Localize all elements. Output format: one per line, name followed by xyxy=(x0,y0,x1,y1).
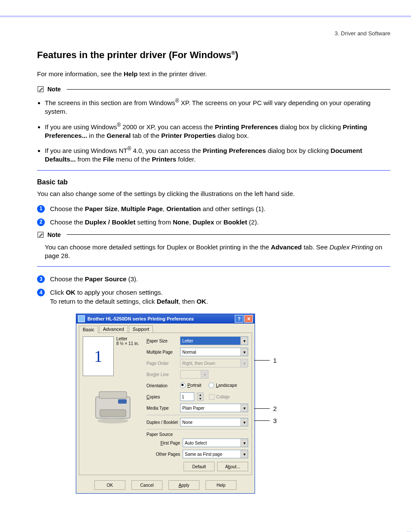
close-button[interactable]: ✕ xyxy=(244,315,253,323)
app-icon xyxy=(78,315,85,322)
label-page-order: Page Order xyxy=(146,361,180,366)
basic-tab-heading: Basic tab xyxy=(37,178,390,186)
note-label: Note xyxy=(47,86,61,93)
checkbox-box-icon xyxy=(209,394,215,400)
svg-rect-4 xyxy=(100,410,126,417)
chevron-up-icon: ▲ xyxy=(197,393,203,397)
note-item-3: If you are using Windows NT® 4.0, you ca… xyxy=(45,145,390,164)
step-bullet-3: 3 xyxy=(37,275,45,283)
chevron-down-icon: ▾ xyxy=(240,418,248,426)
callout-line-3 xyxy=(254,420,270,421)
dialog-screenshot: Brother HL-5250DN series Printing Prefer… xyxy=(76,314,352,494)
page-title: Features in the printer driver (For Wind… xyxy=(37,50,390,61)
label-media-type: Media Type xyxy=(146,406,180,411)
label-paper-size: Paper Size xyxy=(146,339,180,343)
pencil-note-icon xyxy=(37,231,45,239)
combo-paper-size[interactable]: Letter▾ xyxy=(180,336,248,345)
page-content: 3. Driver and Software Features in the p… xyxy=(0,17,411,494)
combo-media-type[interactable]: Plain Paper▾ xyxy=(180,404,248,412)
reg-mark: ® xyxy=(231,50,235,56)
combo-duplex[interactable]: None▾ xyxy=(180,418,248,426)
help-titlebar-button[interactable]: ? xyxy=(235,315,243,323)
note-rule xyxy=(67,89,390,90)
note-label: Note xyxy=(47,231,61,238)
chevron-down-icon: ▾ xyxy=(240,348,248,356)
separator xyxy=(146,429,248,429)
dialog-title: Brother HL-5250DN series Printing Prefer… xyxy=(87,316,234,321)
svg-rect-6 xyxy=(118,399,127,404)
svg-point-5 xyxy=(97,418,128,423)
combo-page-order: Right, then Down▾ xyxy=(180,359,248,367)
chevron-down-icon: ▼ xyxy=(197,397,203,401)
step-bullet-4: 4 xyxy=(37,289,45,296)
pencil-note-icon xyxy=(37,85,45,93)
note-list: The screens in this section are from Win… xyxy=(45,97,390,164)
tab-advanced[interactable]: Advanced xyxy=(99,325,128,333)
dialog-titlebar[interactable]: Brother HL-5250DN series Printing Prefer… xyxy=(76,314,255,324)
title-text-a: Features in the printer driver (For Wind… xyxy=(37,50,231,60)
cancel-button[interactable]: Cancel xyxy=(131,480,162,490)
step-4: 4 Click OK to apply your chosen settings… xyxy=(37,288,390,306)
callout-number-2: 2 xyxy=(273,405,277,412)
radio-landscape[interactable]: Landscape xyxy=(209,383,237,388)
step-bullet-2: 2 xyxy=(37,218,45,226)
radio-dot-icon xyxy=(180,383,186,388)
callout-number-1: 1 xyxy=(273,357,277,364)
note-item-2: If you are using Windows® 2000 or XP, yo… xyxy=(45,121,390,140)
tab-basic[interactable]: Basic xyxy=(79,326,98,333)
basic-tab-intro: You can also change some of the settings… xyxy=(37,190,390,198)
combo-first-page[interactable]: Auto Select▾ xyxy=(183,439,248,447)
basic-panel: 1 Letter 8 ½ × 11 in. xyxy=(79,333,252,475)
ok-button[interactable]: OK xyxy=(94,480,125,490)
step-bullet-1: 1 xyxy=(37,205,45,213)
help-button[interactable]: Help xyxy=(206,480,237,490)
chevron-down-icon: ▾ xyxy=(240,439,248,447)
note-close-rule-2 xyxy=(37,266,390,267)
input-copies[interactable]: 1 xyxy=(180,392,194,401)
radio-dot-icon xyxy=(209,383,214,388)
label-copies: Copies xyxy=(146,395,180,399)
tab-support[interactable]: Support xyxy=(129,325,153,333)
copies-spinner[interactable]: ▲▼ xyxy=(197,392,204,401)
title-text-b: ) xyxy=(235,50,238,60)
separator xyxy=(146,415,248,415)
label-first-page: First Page xyxy=(146,441,183,445)
note-header: Note xyxy=(37,85,390,93)
checkbox-collate: Collate xyxy=(209,394,230,400)
combo-multiple-page[interactable]: Normal▾ xyxy=(180,348,248,356)
about-button[interactable]: About... xyxy=(217,462,248,471)
label-orientation: Orientation xyxy=(146,383,180,388)
apply-button[interactable]: Apply xyxy=(168,480,199,490)
chapter-label: 3. Driver and Software xyxy=(37,30,390,37)
callout-line-1 xyxy=(254,360,270,361)
chevron-down-icon: ▾ xyxy=(240,404,248,412)
preview-pane: 1 Letter 8 ½ × 11 in. xyxy=(83,336,143,471)
note-header-2: Note xyxy=(37,231,390,239)
label-other-pages: Other Pages xyxy=(146,452,183,457)
printing-preferences-dialog: Brother HL-5250DN series Printing Prefer… xyxy=(76,314,255,494)
label-multiple-page: Multiple Page xyxy=(146,350,180,355)
svg-rect-3 xyxy=(99,392,127,398)
combo-border-line: ▾ xyxy=(180,370,209,379)
chevron-down-icon: ▾ xyxy=(240,337,248,345)
printer-illustration[interactable] xyxy=(87,384,139,427)
dialog-footer-buttons: OK Cancel Apply Help xyxy=(76,478,255,493)
callout-line-2 xyxy=(254,408,270,409)
step-2: 2 Choose the Duplex / Booklet setting fr… xyxy=(37,218,390,227)
chevron-down-icon: ▾ xyxy=(201,370,208,378)
note-rule xyxy=(67,234,390,235)
header-bar xyxy=(0,0,411,17)
combo-other-pages[interactable]: Same as First page▾ xyxy=(183,450,248,458)
step-1: 1 Choose the Paper Size, Multiple Page, … xyxy=(37,204,390,213)
note-item-1: The screens in this section are from Win… xyxy=(45,97,390,116)
intro-paragraph: For more information, see the Help text … xyxy=(37,70,390,78)
callout-number-3: 3 xyxy=(273,417,277,424)
radio-portrait[interactable]: Portrait xyxy=(180,383,201,388)
settings-pane: Paper Size Letter▾ Multiple Page Normal▾… xyxy=(146,336,248,471)
default-button[interactable]: Default xyxy=(184,462,215,471)
step-3: 3 Choose the Paper Source (3). xyxy=(37,274,390,283)
paper-preview[interactable]: 1 xyxy=(83,336,114,376)
chevron-down-icon: ▾ xyxy=(240,359,248,367)
label-duplex: Duplex / Booklet xyxy=(146,420,180,425)
note-close-rule xyxy=(37,170,390,171)
